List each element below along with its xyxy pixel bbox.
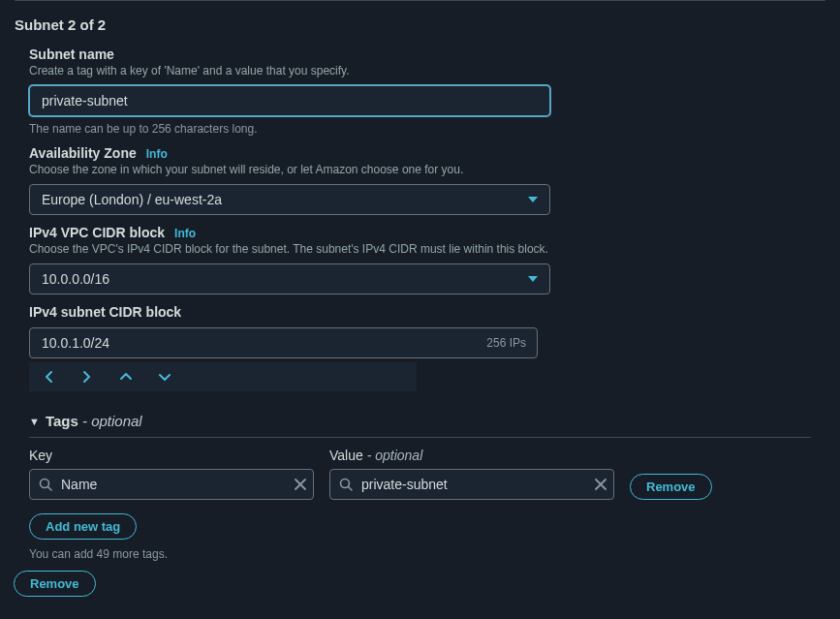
triangle-down-icon: ▼	[29, 416, 40, 427]
vpc-cidr-select[interactable]: 10.0.0.0/16	[29, 263, 550, 294]
tag-key-label: Key	[29, 448, 314, 463]
vpc-cidr-label: IPv4 VPC CIDR block	[29, 225, 165, 240]
subnet-name-helper: The name can be up to 256 characters lon…	[29, 122, 811, 136]
az-desc: Choose the zone in which your subnet wil…	[29, 163, 811, 176]
tags-row: Key Value - optional Remove	[0, 438, 840, 500]
caret-down-icon	[528, 276, 538, 282]
subnet-name-input[interactable]	[29, 85, 550, 116]
cidr-step-prev[interactable]	[29, 362, 68, 391]
az-section: Availability Zone Info Choose the zone i…	[0, 136, 840, 215]
tags-toggle[interactable]: ▼ Tags - optional	[0, 413, 840, 429]
az-label: Availability Zone	[29, 145, 137, 161]
vpc-cidr-desc: Choose the VPC's IPv4 CIDR block for the…	[29, 242, 811, 256]
tags-optional: - optional	[78, 413, 142, 429]
add-tag-button[interactable]: Add new tag	[29, 513, 137, 540]
az-select-value: Europe (London) / eu-west-2a	[42, 192, 222, 207]
subnet-name-label: Subnet name	[29, 46, 811, 62]
subnet-cidr-ipcount: 256 IPs	[486, 327, 526, 358]
search-icon	[339, 478, 353, 491]
cidr-stepper	[29, 362, 417, 391]
vpc-cidr-section: IPv4 VPC CIDR block Info Choose the VPC'…	[0, 215, 840, 294]
svg-line-3	[349, 487, 353, 491]
panel-title: Subnet 2 of 2	[0, 1, 840, 37]
subnet-name-desc: Create a tag with a key of 'Name' and a …	[29, 64, 811, 77]
search-icon	[39, 478, 52, 491]
remove-tag-button[interactable]: Remove	[630, 474, 712, 500]
tag-value-label: Value - optional	[329, 448, 614, 463]
az-select[interactable]: Europe (London) / eu-west-2a	[29, 184, 550, 215]
tag-key-input[interactable]	[29, 469, 314, 500]
clear-icon[interactable]	[295, 479, 306, 490]
svg-line-1	[48, 487, 52, 491]
tags-helper: You can add 49 more tags.	[0, 540, 840, 561]
cidr-step-next[interactable]	[68, 362, 107, 391]
caret-down-icon	[528, 197, 538, 202]
vpc-cidr-info-link[interactable]: Info	[174, 227, 196, 240]
tag-value-input[interactable]	[329, 469, 614, 500]
cidr-step-up[interactable]	[107, 362, 145, 391]
subnet-name-section: Subnet name Create a tag with a key of '…	[0, 37, 840, 136]
subnet-cidr-label: IPv4 subnet CIDR block	[29, 304, 811, 320]
clear-icon[interactable]	[595, 479, 607, 490]
cidr-step-down[interactable]	[145, 362, 184, 391]
remove-subnet-button[interactable]: Remove	[14, 571, 96, 597]
az-info-link[interactable]: Info	[146, 147, 168, 161]
vpc-cidr-select-value: 10.0.0.0/16	[42, 271, 109, 287]
subnet-cidr-section: IPv4 subnet CIDR block 256 IPs	[0, 294, 840, 391]
tags-title: Tags	[46, 413, 78, 429]
subnet-cidr-input[interactable]	[29, 327, 538, 358]
